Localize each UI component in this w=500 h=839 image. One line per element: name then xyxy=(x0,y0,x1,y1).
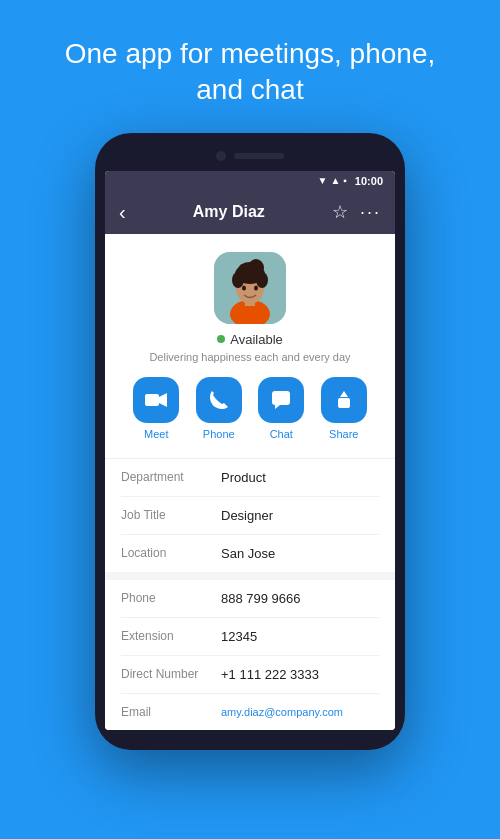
direct-number-row: Direct Number +1 111 222 3333 xyxy=(121,656,379,694)
svg-point-6 xyxy=(232,272,244,288)
svg-marker-14 xyxy=(275,405,280,409)
phone-wrapper: ▼ ▲ ▪ 10:00 ‹ Amy Diaz ☆ ··· xyxy=(0,133,500,750)
action-buttons: Meet Phone xyxy=(121,377,379,440)
status-dot xyxy=(217,335,225,343)
chat-button[interactable]: Chat xyxy=(258,377,304,440)
location-label: Location xyxy=(121,546,221,560)
wifi-icon: ▼ xyxy=(318,175,328,186)
contact-name-header: Amy Diaz xyxy=(193,203,265,221)
share-label: Share xyxy=(329,428,358,440)
svg-point-9 xyxy=(242,285,246,290)
jobtitle-label: Job Title xyxy=(121,508,221,522)
phone-camera xyxy=(216,151,226,161)
avatar xyxy=(214,252,286,324)
chat-label: Chat xyxy=(270,428,293,440)
jobtitle-value: Designer xyxy=(221,508,273,523)
phone-field-label: Phone xyxy=(121,591,221,605)
phone-frame: ▼ ▲ ▪ 10:00 ‹ Amy Diaz ☆ ··· xyxy=(95,133,405,750)
phone-button[interactable]: Phone xyxy=(196,377,242,440)
email-label: Email xyxy=(121,705,221,719)
meet-icon xyxy=(133,377,179,423)
status-icons: ▼ ▲ ▪ xyxy=(318,175,347,186)
direct-number-label: Direct Number xyxy=(121,667,221,681)
svg-marker-16 xyxy=(340,391,348,397)
location-value: San Jose xyxy=(221,546,275,561)
phone-top-bar xyxy=(105,147,395,171)
email-value: amy.diaz@company.com xyxy=(221,706,343,718)
phone-speaker xyxy=(234,153,284,159)
svg-rect-15 xyxy=(338,398,350,408)
department-row: Department Product xyxy=(121,459,379,497)
back-button[interactable]: ‹ xyxy=(119,201,126,224)
svg-point-10 xyxy=(254,285,258,290)
jobtitle-row: Job Title Designer xyxy=(121,497,379,535)
meet-label: Meet xyxy=(144,428,168,440)
phone-row: Phone 888 799 9666 xyxy=(121,580,379,618)
status-row: Available xyxy=(217,332,283,347)
hero-title: One app for meetings, phone, and chat xyxy=(0,0,500,133)
battery-icon: ▪ xyxy=(343,175,347,186)
department-label: Department xyxy=(121,470,221,484)
department-value: Product xyxy=(221,470,266,485)
info-section-1: Department Product Job Title Designer Lo… xyxy=(105,459,395,572)
phone-screen: ▼ ▲ ▪ 10:00 ‹ Amy Diaz ☆ ··· xyxy=(105,171,395,730)
contact-section: Available Delivering happiness each and … xyxy=(105,234,395,458)
svg-rect-11 xyxy=(145,394,159,406)
location-row: Location San Jose xyxy=(121,535,379,572)
status-time: 10:00 xyxy=(355,175,383,187)
header-actions: ☆ ··· xyxy=(332,201,381,223)
svg-point-8 xyxy=(248,259,264,277)
meet-button[interactable]: Meet xyxy=(133,377,179,440)
chat-icon xyxy=(258,377,304,423)
share-button[interactable]: Share xyxy=(321,377,367,440)
star-button[interactable]: ☆ xyxy=(332,201,348,223)
phone-icon xyxy=(196,377,242,423)
extension-row: Extension 12345 xyxy=(121,618,379,656)
section-gap xyxy=(105,572,395,580)
svg-marker-12 xyxy=(159,393,167,407)
status-bar: ▼ ▲ ▪ 10:00 xyxy=(105,171,395,191)
status-text: Available xyxy=(230,332,283,347)
direct-number-value: +1 111 222 3333 xyxy=(221,667,319,682)
extension-label: Extension xyxy=(121,629,221,643)
phone-field-value: 888 799 9666 xyxy=(221,591,301,606)
extension-value: 12345 xyxy=(221,629,257,644)
email-row: Email amy.diaz@company.com xyxy=(121,694,379,730)
phone-label: Phone xyxy=(203,428,235,440)
info-section-2: Phone 888 799 9666 Extension 12345 Direc… xyxy=(105,580,395,730)
contact-motto: Delivering happiness each and every day xyxy=(149,351,350,363)
app-header: ‹ Amy Diaz ☆ ··· xyxy=(105,191,395,234)
more-button[interactable]: ··· xyxy=(360,202,381,223)
share-icon xyxy=(321,377,367,423)
svg-rect-13 xyxy=(272,391,290,405)
signal-icon: ▲ xyxy=(330,175,340,186)
